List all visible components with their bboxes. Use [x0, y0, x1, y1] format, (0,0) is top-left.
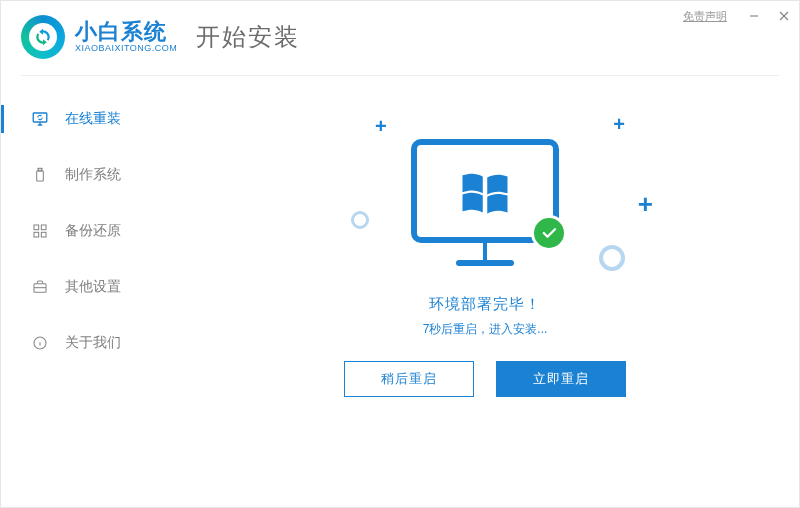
restart-now-button[interactable]: 立即重启: [496, 361, 626, 397]
decoration-plus-icon: +: [613, 113, 625, 136]
brand-title: 小白系统: [75, 20, 177, 44]
status-message: 环境部署完毕！: [191, 295, 779, 314]
sidebar-item-backup[interactable]: 备份还原: [1, 203, 169, 259]
decoration-plus-icon: +: [638, 189, 653, 220]
button-row: 稍后重启 立即重启: [191, 361, 779, 397]
disclaimer-link[interactable]: 免责声明: [671, 9, 739, 24]
decoration-circle-icon: [599, 245, 625, 271]
close-icon: [779, 11, 789, 21]
sidebar-item-make-system[interactable]: 制作系统: [1, 147, 169, 203]
grid-icon: [31, 222, 49, 240]
sidebar-item-about[interactable]: 关于我们: [1, 315, 169, 371]
windows-logo-icon: [458, 164, 512, 218]
main-content: + + + 环境部署完毕！ 7秒后重启，进入安装... 稍后重启 立即重启: [191, 89, 779, 487]
close-button[interactable]: [769, 1, 799, 31]
usb-icon: [31, 166, 49, 184]
sidebar-item-settings[interactable]: 其他设置: [1, 259, 169, 315]
page-title: 开始安装: [196, 21, 300, 53]
sidebar: 在线重装 制作系统 备份还原 其他设置 关于我们: [1, 91, 169, 371]
header-divider: [21, 75, 779, 76]
sidebar-item-label: 关于我们: [65, 334, 121, 352]
minimize-icon: [749, 11, 759, 21]
svg-rect-5: [34, 225, 39, 230]
minimize-button[interactable]: [739, 1, 769, 31]
app-header: 小白系统 XIAOBAIXITONG.COM: [21, 15, 177, 59]
decoration-plus-icon: +: [375, 115, 387, 138]
info-icon: [31, 334, 49, 352]
monitor-refresh-icon: [31, 110, 49, 128]
svg-rect-6: [41, 225, 46, 230]
decoration-circle-icon: [351, 211, 369, 229]
brand-subtitle: XIAOBAIXITONG.COM: [75, 44, 177, 54]
status-sub-message: 7秒后重启，进入安装...: [191, 321, 779, 338]
svg-rect-1: [37, 171, 44, 181]
briefcase-icon: [31, 278, 49, 296]
brand-block: 小白系统 XIAOBAIXITONG.COM: [75, 20, 177, 54]
sidebar-item-reinstall[interactable]: 在线重装: [1, 91, 169, 147]
sidebar-item-label: 备份还原: [65, 222, 121, 240]
monitor-illustration: [411, 139, 559, 266]
success-illustration: + + +: [305, 109, 665, 289]
svg-rect-7: [34, 232, 39, 237]
svg-rect-0: [33, 113, 47, 122]
restart-later-button[interactable]: 稍后重启: [344, 361, 474, 397]
sidebar-item-label: 其他设置: [65, 278, 121, 296]
app-logo: [21, 15, 65, 59]
svg-rect-8: [41, 232, 46, 237]
sidebar-item-label: 制作系统: [65, 166, 121, 184]
sidebar-item-label: 在线重装: [65, 110, 121, 128]
checkmark-badge-icon: [531, 215, 567, 251]
